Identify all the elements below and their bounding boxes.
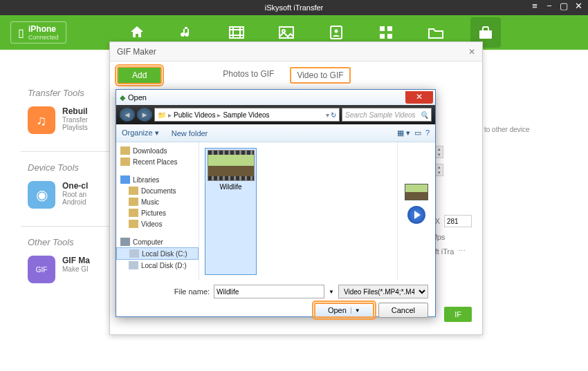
dialog-nav: ◄ ► 📁 ▸ Public Videos ▸ Sample Videos ▾↻… bbox=[116, 105, 435, 124]
dialog-icon: ◆ bbox=[120, 93, 125, 102]
menu-icon[interactable]: ≡ bbox=[529, 0, 541, 12]
svg-rect-8 bbox=[387, 34, 392, 39]
folder-icon: 📁 bbox=[158, 111, 166, 119]
close-icon[interactable]: ✕ bbox=[572, 0, 585, 12]
tool-rebuild[interactable]: ♫ Rebuil Transfer Playlists bbox=[28, 106, 118, 134]
search-input[interactable]: Search Sample Videos 🔍 bbox=[342, 108, 432, 122]
output-hint: ft iTra bbox=[435, 247, 454, 256]
dialog-footer: File name: ▼ Video Files(*.MP4;*.M4V;*.3… bbox=[116, 280, 435, 322]
open-button[interactable]: Open▼ bbox=[314, 303, 374, 318]
back-button[interactable]: ◄ bbox=[120, 108, 135, 122]
search-placeholder: Search Sample Videos bbox=[345, 111, 416, 119]
tool-gifmaker[interactable]: GIF GIF Ma Make GI bbox=[28, 256, 118, 283]
gif-tabs: Photos to GIF Video to GIF bbox=[217, 67, 350, 84]
svg-rect-1 bbox=[279, 27, 293, 38]
window-controls: ≡ − ▢ ✕ bbox=[529, 0, 585, 12]
video-thumbnail bbox=[208, 150, 255, 181]
oneclick-desc1: Root an bbox=[62, 191, 88, 198]
file-list[interactable]: Wildlife bbox=[199, 142, 397, 280]
tree-pictures[interactable]: Pictures bbox=[116, 207, 199, 218]
dialog-close-button[interactable]: ✕ bbox=[405, 91, 433, 104]
section-transfer: Transfer Tools bbox=[28, 88, 118, 98]
address-bar[interactable]: 📁 ▸ Public Videos ▸ Sample Videos ▾↻ bbox=[154, 108, 340, 122]
dialog-body: Downloads Recent Places Libraries Docume… bbox=[116, 142, 435, 280]
app-window: iSkysoft iTransfer ≡ − ▢ ✕ ▯ iPhone Conn… bbox=[0, 0, 588, 371]
organize-menu[interactable]: Organize ▾ bbox=[122, 129, 159, 137]
gif-toolbar: Add Photos to GIF Video to GIF bbox=[110, 61, 482, 89]
svg-point-4 bbox=[334, 30, 338, 33]
device-name: iPhone bbox=[28, 24, 59, 34]
gifmaker-desc: Make GI bbox=[62, 265, 90, 273]
gifmaker-title: GIF Ma bbox=[62, 256, 90, 265]
crumb-2[interactable]: Sample Videos bbox=[223, 111, 269, 119]
tree-computer[interactable]: Computer bbox=[116, 236, 199, 247]
section-device: Device Tools bbox=[28, 162, 118, 173]
android-icon: ◉ bbox=[28, 181, 55, 209]
preview-pane-icon[interactable]: ▭ bbox=[414, 129, 421, 137]
rebuild-desc1: Transfer bbox=[62, 116, 88, 124]
dialog-toolbar: Organize ▾ New folder ▦ ▾ ▭ ? bbox=[116, 124, 435, 142]
folder-tree: Downloads Recent Places Libraries Docume… bbox=[116, 142, 199, 280]
tree-videos[interactable]: Videos bbox=[116, 218, 199, 229]
titlebar: iSkysoft iTransfer ≡ − ▢ ✕ bbox=[0, 0, 588, 15]
rebuild-tail: to other device bbox=[484, 126, 530, 133]
filename-input[interactable] bbox=[214, 285, 324, 298]
tool-oneclick[interactable]: ◉ One-cl Root an Android bbox=[28, 181, 118, 209]
rebuild-desc2: Playlists bbox=[62, 124, 88, 131]
help-icon[interactable]: ? bbox=[425, 129, 430, 137]
preview-thumb bbox=[405, 184, 428, 200]
search-icon: 🔍 bbox=[420, 111, 428, 119]
stepper[interactable]: ▴▾ bbox=[435, 146, 443, 158]
crumb-1[interactable]: Public Videos bbox=[174, 111, 215, 119]
app-title: iSkysoft iTransfer bbox=[265, 3, 324, 12]
create-gif-button[interactable]: IF bbox=[444, 307, 472, 322]
cancel-button[interactable]: Cancel bbox=[378, 303, 428, 318]
tab-video[interactable]: Video to GIF bbox=[290, 67, 350, 84]
oneclick-desc2: Android bbox=[62, 198, 88, 206]
sidebar: Transfer Tools ♫ Rebuil Transfer Playlis… bbox=[0, 50, 118, 371]
tree-music[interactable]: Music bbox=[116, 196, 199, 207]
svg-rect-6 bbox=[387, 26, 392, 31]
svg-rect-0 bbox=[230, 27, 244, 38]
oneclick-title: One-cl bbox=[62, 181, 88, 191]
tab-photos[interactable]: Photos to GIF bbox=[217, 67, 279, 84]
filename-label: File name: bbox=[174, 287, 210, 296]
maximize-icon[interactable]: ▢ bbox=[558, 0, 570, 12]
newfolder-button[interactable]: New folder bbox=[172, 129, 208, 137]
stepper[interactable]: ▴▾ bbox=[435, 164, 443, 176]
section-other: Other Tools bbox=[28, 237, 118, 247]
open-dialog: ◆ Open ✕ ◄ ► 📁 ▸ Public Videos ▸ Sample … bbox=[116, 89, 436, 317]
tree-disk-c[interactable]: Local Disk (C:) bbox=[116, 247, 199, 260]
phone-icon: ▯ bbox=[18, 26, 24, 39]
tree-downloads[interactable]: Downloads bbox=[116, 145, 199, 156]
preview-pane bbox=[397, 142, 435, 280]
gif-settings: ▴▾ ▴▾ X fps ft iTra⋯ bbox=[435, 146, 472, 261]
tree-libraries[interactable]: Libraries bbox=[116, 174, 199, 185]
rebuild-title: Rebuil bbox=[62, 106, 88, 116]
tree-disk-d[interactable]: Local Disk (D:) bbox=[116, 260, 199, 271]
gif-header: GIF Maker ✕ bbox=[110, 42, 482, 61]
minimize-icon[interactable]: − bbox=[543, 0, 555, 12]
tree-documents[interactable]: Documents bbox=[116, 185, 199, 196]
width-input[interactable] bbox=[444, 215, 472, 227]
file-item-wildlife[interactable]: Wildlife bbox=[205, 148, 257, 275]
gif-close-icon[interactable]: ✕ bbox=[468, 47, 475, 57]
dialog-title: Open bbox=[128, 93, 147, 102]
forward-button[interactable]: ► bbox=[137, 108, 152, 122]
view-icon[interactable]: ▦ ▾ bbox=[397, 129, 410, 137]
svg-rect-5 bbox=[380, 26, 385, 31]
play-icon[interactable] bbox=[407, 206, 425, 224]
dialog-titlebar: ◆ Open ✕ bbox=[116, 90, 435, 105]
svg-rect-9 bbox=[479, 30, 492, 39]
add-button[interactable]: Add bbox=[117, 66, 162, 84]
device-box[interactable]: ▯ iPhone Connected bbox=[10, 21, 66, 44]
refresh-icon[interactable]: ↻ bbox=[331, 111, 336, 119]
device-status: Connected bbox=[28, 34, 59, 41]
gif-icon: GIF bbox=[28, 256, 55, 283]
rebuild-icon: ♫ bbox=[28, 106, 55, 134]
file-label: Wildlife bbox=[219, 183, 241, 191]
tree-recent[interactable]: Recent Places bbox=[116, 156, 199, 167]
fps-label: fps bbox=[435, 233, 445, 241]
gif-title: GIF Maker bbox=[117, 47, 156, 57]
filetype-select[interactable]: Video Files(*.MP4;*.M4V;*.3GP; bbox=[338, 285, 428, 298]
